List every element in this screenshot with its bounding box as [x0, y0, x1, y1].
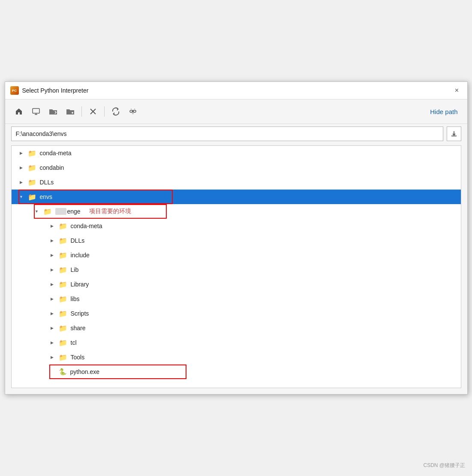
- item-label-envs: envs: [40, 193, 461, 200]
- chevron-right-icon: [18, 150, 24, 156]
- close-button[interactable]: ×: [452, 85, 462, 96]
- folder-icon: 📁: [59, 222, 67, 230]
- tree-item-conda-meta-2[interactable]: 📁 conda-meta: [12, 219, 461, 233]
- folder-icon: [48, 107, 58, 116]
- item-label-conda-meta: conda-meta: [40, 150, 461, 157]
- tree-item-dlls[interactable]: 📁 DLLs: [12, 175, 461, 190]
- annotation-text: 项目需要的环境: [89, 208, 131, 215]
- refresh-button[interactable]: [108, 104, 123, 119]
- item-label-python-exe: python.exe: [70, 368, 461, 375]
- watermark: CSDN @猪腰子正: [423, 462, 465, 469]
- file-tree-container: 📁 conda-meta 📁 condabin 📁 DLLs 📁 e: [11, 145, 461, 388]
- monitor-icon: [32, 107, 40, 116]
- tree-item-share[interactable]: 📁 share: [12, 321, 461, 335]
- item-label-include: include: [71, 252, 461, 259]
- folder-icon: 📁: [59, 339, 67, 347]
- no-chevron: [49, 369, 55, 375]
- file-tree: 📁 conda-meta 📁 condabin 📁 DLLs 📁 e: [12, 146, 461, 388]
- item-label-condabin: condabin: [40, 164, 461, 171]
- folder-icon: 📁: [59, 237, 67, 245]
- tree-item-lib[interactable]: 📁 Lib: [12, 262, 461, 277]
- delete-button[interactable]: [85, 104, 101, 119]
- app-icon: PC: [10, 86, 19, 95]
- tree-item-envs[interactable]: 📁 envs: [12, 190, 461, 204]
- item-label-tcl: tcl: [71, 339, 461, 346]
- tree-item-dlls-2[interactable]: 📁 DLLs: [12, 233, 461, 248]
- download-icon: [451, 130, 457, 137]
- chevron-right-icon: [49, 310, 55, 316]
- tree-item-libs[interactable]: 📁 libs: [12, 292, 461, 306]
- python-exe-wrapper: 🐍 python.exe: [12, 365, 461, 379]
- home-icon: [15, 107, 23, 116]
- folder-add-button[interactable]: [63, 104, 78, 119]
- folder-icon: 📁: [28, 164, 36, 172]
- folder-icon: 📁: [59, 295, 67, 303]
- challenge-row-wrapper: 📁 enge 项目需要的环境: [12, 204, 461, 219]
- tree-item-tools[interactable]: 📁 Tools: [12, 350, 461, 365]
- folder-icon: 📁: [59, 310, 67, 318]
- item-label-lib: Lib: [71, 266, 461, 273]
- folder-icon: 📁: [28, 149, 36, 157]
- title-bar: PC Select Python Interpreter ×: [5, 82, 467, 99]
- folder-icon: 📁: [43, 208, 52, 216]
- chevron-right-icon: [49, 296, 55, 302]
- svg-rect-0: [33, 108, 39, 113]
- item-label-conda-meta-2: conda-meta: [71, 223, 461, 229]
- envs-row-wrapper: 📁 envs: [12, 190, 461, 204]
- tree-item-condabin[interactable]: 📁 condabin: [12, 160, 461, 175]
- bottom-spacer: [12, 379, 461, 388]
- delete-icon: [89, 108, 97, 115]
- home-button[interactable]: [11, 104, 27, 119]
- dialog-title: Select Python Interpreter: [22, 87, 89, 94]
- chevron-right-icon: [49, 238, 55, 244]
- tree-item-scripts[interactable]: 📁 Scripts: [12, 306, 461, 321]
- item-label-scripts: Scripts: [71, 310, 461, 317]
- tree-item-challenge[interactable]: 📁 enge 项目需要的环境: [12, 204, 461, 219]
- monitor-button[interactable]: [28, 104, 44, 119]
- python-file-icon: 🐍: [59, 368, 67, 376]
- item-label-challenge: enge: [67, 208, 81, 215]
- item-label-dlls: DLLs: [40, 179, 461, 186]
- link-button[interactable]: [125, 104, 141, 119]
- toolbar: Hide path: [5, 99, 467, 124]
- tree-item-python-exe[interactable]: 🐍 python.exe: [12, 365, 461, 379]
- folder-add-icon: [66, 107, 75, 116]
- chevron-right-icon: [49, 340, 55, 346]
- chevron-right-icon: [49, 223, 55, 229]
- select-python-interpreter-dialog: PC Select Python Interpreter ×: [5, 81, 468, 395]
- toolbar-separator-2: [104, 106, 105, 117]
- folder-button[interactable]: [45, 104, 61, 119]
- chevron-down-icon: [18, 194, 24, 200]
- blurred-text: [55, 208, 66, 215]
- path-bar: [5, 124, 467, 145]
- chevron-right-icon: [49, 325, 55, 331]
- folder-icon: 📁: [28, 178, 36, 187]
- path-input[interactable]: [11, 127, 443, 141]
- chevron-right-icon: [49, 252, 55, 258]
- tree-item-library[interactable]: 📁 Library: [12, 277, 461, 292]
- tree-item-tcl[interactable]: 📁 tcl: [12, 335, 461, 350]
- toolbar-separator: [81, 106, 82, 117]
- refresh-icon: [111, 107, 120, 116]
- item-label-share: share: [71, 325, 461, 331]
- tree-item-conda-meta[interactable]: 📁 conda-meta: [12, 146, 461, 160]
- folder-icon: 📁: [59, 324, 67, 332]
- hide-path-button[interactable]: Hide path: [427, 106, 461, 117]
- toolbar-left: [11, 104, 141, 119]
- item-label-library: Library: [71, 281, 461, 288]
- folder-icon: 📁: [59, 266, 67, 274]
- link-icon: [129, 107, 137, 116]
- folder-icon: 📁: [59, 251, 67, 259]
- chevron-right-icon: [18, 179, 24, 185]
- chevron-right-icon: [18, 165, 24, 171]
- chevron-right-icon: [49, 267, 55, 273]
- item-label-libs: libs: [71, 295, 461, 302]
- path-download-button[interactable]: [447, 127, 461, 141]
- tree-item-include[interactable]: 📁 include: [12, 248, 461, 262]
- item-label-tools: Tools: [71, 354, 461, 361]
- title-bar-left: PC Select Python Interpreter: [10, 86, 89, 95]
- chevron-right-icon: [49, 281, 55, 287]
- folder-icon: 📁: [59, 353, 67, 362]
- chevron-down-icon: [34, 208, 40, 214]
- folder-icon: 📁: [59, 280, 67, 289]
